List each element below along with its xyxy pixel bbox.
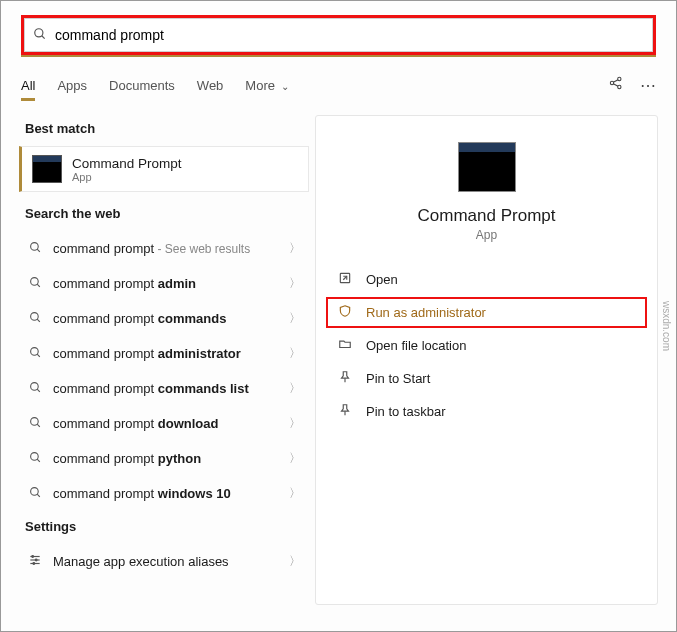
action-open-file-location[interactable]: Open file location: [326, 330, 647, 361]
chevron-right-icon: 〉: [289, 553, 301, 570]
tabs-row: All Apps Documents Web More ⌄ ⋯: [1, 57, 676, 103]
web-suggestion[interactable]: command prompt commands list〉: [19, 371, 309, 406]
tab-more[interactable]: More ⌄: [245, 78, 288, 93]
detail-app-title: Command Prompt: [324, 206, 649, 226]
pin-icon: [336, 403, 354, 420]
search-window: All Apps Documents Web More ⌄ ⋯ Best mat…: [0, 0, 677, 632]
watermark: wsxdn.com: [661, 301, 672, 351]
svg-line-16: [37, 389, 40, 392]
search-icon: [27, 276, 43, 292]
web-suggestion[interactable]: command prompt admin〉: [19, 266, 309, 301]
tab-web[interactable]: Web: [197, 78, 224, 93]
search-bar[interactable]: [24, 18, 653, 52]
chevron-right-icon: 〉: [289, 310, 301, 327]
chevron-right-icon: 〉: [289, 240, 301, 257]
web-suggestion-text: command prompt python: [53, 451, 201, 466]
open-icon: [336, 271, 354, 288]
pin-icon: [336, 370, 354, 387]
svg-line-18: [37, 424, 40, 427]
best-match-text: Command Prompt App: [72, 156, 182, 183]
detail-pane: Command Prompt App Open Run as administr…: [315, 115, 658, 605]
search-icon: [27, 416, 43, 432]
search-icon: [27, 311, 43, 327]
svg-point-7: [30, 242, 38, 250]
web-suggestion-text: command prompt commands: [53, 311, 226, 326]
search-web-header: Search the web: [25, 206, 309, 221]
web-suggestion[interactable]: command prompt windows 10〉: [19, 476, 309, 511]
tab-all[interactable]: All: [21, 78, 35, 93]
svg-line-6: [613, 84, 618, 87]
shield-icon: [336, 304, 354, 321]
search-icon: [25, 27, 55, 44]
action-open-location-label: Open file location: [366, 338, 466, 353]
web-suggestion[interactable]: command prompt python〉: [19, 441, 309, 476]
main-area: Best match Command Prompt App Search the…: [1, 103, 676, 607]
web-suggestion-list: command prompt - See web results〉command…: [19, 231, 309, 511]
svg-line-10: [37, 284, 40, 287]
svg-line-8: [37, 249, 40, 252]
svg-point-13: [30, 347, 38, 355]
svg-point-27: [35, 559, 37, 561]
search-icon: [27, 451, 43, 467]
settings-list-icon: [27, 553, 43, 570]
settings-item[interactable]: Manage app execution aliases 〉: [19, 544, 309, 579]
action-open[interactable]: Open: [326, 264, 647, 295]
svg-point-0: [35, 28, 43, 36]
more-icon[interactable]: ⋯: [640, 76, 656, 95]
svg-line-12: [37, 319, 40, 322]
best-match-subtitle: App: [72, 171, 182, 183]
web-suggestion-text: command prompt download: [53, 416, 218, 431]
svg-point-15: [30, 382, 38, 390]
tab-apps[interactable]: Apps: [57, 78, 87, 93]
settings-header: Settings: [25, 519, 309, 534]
action-run-as-administrator[interactable]: Run as administrator: [326, 297, 647, 328]
best-match-header: Best match: [25, 121, 309, 136]
svg-point-28: [33, 563, 35, 565]
chevron-right-icon: 〉: [289, 415, 301, 432]
web-suggestion-text: command prompt commands list: [53, 381, 249, 396]
web-suggestion[interactable]: command prompt commands〉: [19, 301, 309, 336]
web-suggestion[interactable]: command prompt administrator〉: [19, 336, 309, 371]
action-run-admin-label: Run as administrator: [366, 305, 486, 320]
search-input[interactable]: [55, 19, 652, 51]
web-suggestion-text: command prompt - See web results: [53, 241, 250, 256]
folder-icon: [336, 337, 354, 354]
command-prompt-icon: [32, 155, 62, 183]
svg-point-26: [32, 556, 34, 558]
chevron-right-icon: 〉: [289, 450, 301, 467]
chevron-right-icon: 〉: [289, 485, 301, 502]
search-bar-highlight: [21, 15, 656, 55]
action-pin-to-start[interactable]: Pin to Start: [326, 363, 647, 394]
chevron-right-icon: 〉: [289, 380, 301, 397]
detail-app-subtitle: App: [324, 228, 649, 242]
search-icon: [27, 241, 43, 257]
action-pin-to-taskbar[interactable]: Pin to taskbar: [326, 396, 647, 427]
tab-documents[interactable]: Documents: [109, 78, 175, 93]
search-icon: [27, 486, 43, 502]
action-open-label: Open: [366, 272, 398, 287]
search-bar-container: [1, 1, 676, 55]
svg-point-21: [30, 487, 38, 495]
web-suggestion[interactable]: command prompt - See web results〉: [19, 231, 309, 266]
share-icon[interactable]: [608, 75, 624, 95]
chevron-down-icon: ⌄: [278, 81, 289, 92]
best-match-item[interactable]: Command Prompt App: [19, 146, 309, 192]
search-icon: [27, 381, 43, 397]
svg-point-17: [30, 417, 38, 425]
detail-app-icon: [458, 142, 516, 192]
action-pin-start-label: Pin to Start: [366, 371, 430, 386]
results-column: Best match Command Prompt App Search the…: [19, 113, 315, 607]
settings-item-label: Manage app execution aliases: [53, 554, 229, 569]
svg-line-20: [37, 459, 40, 462]
svg-line-1: [42, 35, 45, 38]
web-suggestion[interactable]: command prompt download〉: [19, 406, 309, 441]
svg-line-14: [37, 354, 40, 357]
svg-point-19: [30, 452, 38, 460]
web-suggestion-text: command prompt admin: [53, 276, 196, 291]
search-icon: [27, 346, 43, 362]
svg-point-9: [30, 277, 38, 285]
svg-point-11: [30, 312, 38, 320]
web-suggestion-text: command prompt windows 10: [53, 486, 231, 501]
web-suggestion-text: command prompt administrator: [53, 346, 241, 361]
svg-line-5: [613, 80, 618, 83]
